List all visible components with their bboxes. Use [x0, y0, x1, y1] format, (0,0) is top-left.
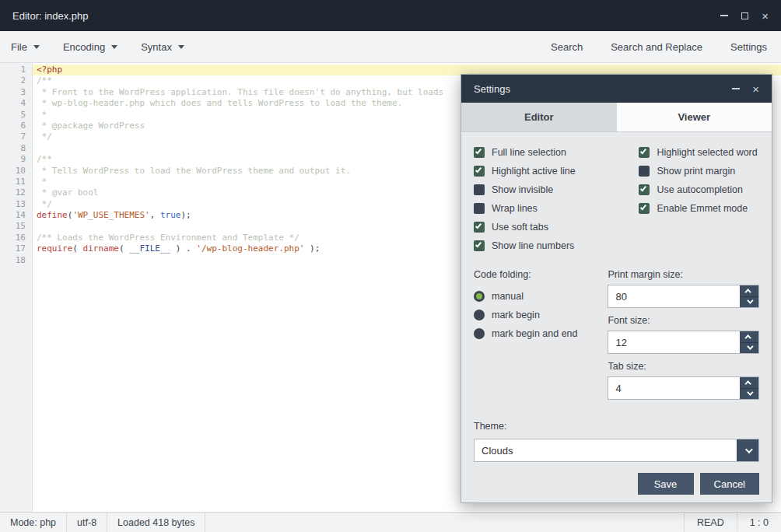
spinner-up-button[interactable]: [740, 377, 758, 388]
dialog-minimize-button[interactable]: [732, 88, 740, 89]
save-button[interactable]: Save: [638, 473, 694, 495]
status-loaded-418-bytes: Loaded 418 bytes: [107, 513, 205, 532]
maximize-button[interactable]: [741, 12, 748, 19]
window-title: Editor: index.php: [12, 10, 89, 22]
spinner-up-button[interactable]: [740, 285, 758, 296]
status-read: READ: [684, 513, 737, 532]
line-number: 3: [0, 87, 33, 98]
spinner-font-size: Font size:12: [608, 315, 759, 354]
option-use-autocompletion: Use autocompletion: [639, 180, 759, 199]
check-icon: [475, 166, 482, 173]
checkbox[interactable]: [639, 166, 650, 177]
dialog-titlebar: Settings ×: [461, 75, 772, 103]
line-number: 15: [0, 221, 33, 232]
line-number: 9: [0, 154, 33, 165]
spinner-up-button[interactable]: [740, 331, 758, 342]
line-number: 10: [0, 166, 33, 177]
option-label: Wrap lines: [492, 203, 538, 214]
statusbar-left: Mode: phputf-8Loaded 418 bytes: [0, 513, 205, 532]
line-number: 16: [0, 233, 33, 243]
theme-select-value: Clouds: [475, 439, 737, 461]
chevron-down-icon: [178, 45, 184, 49]
dialog-buttons: Save Cancel: [638, 473, 759, 495]
spinner-buttons: [740, 285, 758, 307]
spinner-tab-size: Tab size:4: [608, 361, 759, 400]
menu-encoding[interactable]: Encoding: [63, 41, 117, 53]
close-button[interactable]: ×: [762, 10, 769, 22]
check-icon: [640, 204, 646, 211]
minimize-icon: [720, 15, 728, 16]
check-icon: [475, 148, 482, 155]
check-icon: [475, 241, 482, 248]
spinner-print-margin-size: Print margin size:80: [608, 269, 759, 308]
option-enable-emmet-mode: Enable Emmet mode: [639, 199, 759, 218]
check-icon: [640, 185, 646, 192]
code-folding-options: manualmark beginmark begin and end: [474, 287, 608, 343]
status-1-0: 1 : 0: [737, 513, 781, 532]
option-use-soft-tabs: Use soft tabs: [474, 218, 608, 236]
radio-button[interactable]: [474, 291, 485, 302]
dialog-close-button[interactable]: ×: [752, 83, 759, 95]
radio-label: mark begin and end: [492, 328, 578, 339]
tab-editor[interactable]: Editor: [461, 103, 617, 131]
spinner-value[interactable]: 80: [608, 285, 740, 307]
minimize-button[interactable]: [720, 15, 728, 16]
options-grid: Full line selectionHighlight active line…: [474, 143, 759, 255]
radio-button[interactable]: [474, 310, 485, 320]
checkbox[interactable]: [474, 222, 485, 233]
print-margin-size-input: 80: [608, 285, 759, 308]
menu-syntax[interactable]: Syntax: [141, 41, 184, 53]
menubar-right: SearchSearch and ReplaceSettings: [551, 41, 767, 53]
window-controls: ×: [720, 10, 769, 22]
menu-search-and-replace[interactable]: Search and Replace: [611, 41, 702, 53]
mid-section: Code folding: manualmark beginmark begin…: [474, 269, 759, 407]
dialog-controls: ×: [732, 83, 759, 95]
option-highlight-selected-word: Highlight selected word: [639, 143, 759, 162]
spinner-value[interactable]: 4: [608, 377, 740, 399]
option-label: Show line numbers: [492, 240, 574, 251]
radio-mark-begin-and-end: mark begin and end: [474, 324, 608, 343]
line-number: 4: [0, 98, 33, 109]
checkbox[interactable]: [639, 203, 650, 214]
statusbar-right: READ1 : 0: [684, 513, 781, 532]
checkbox[interactable]: [474, 166, 485, 177]
status-mode-php: Mode: php: [0, 513, 67, 532]
spinner-down-button[interactable]: [740, 388, 758, 400]
checkbox[interactable]: [474, 203, 485, 214]
line-number: 18: [0, 255, 33, 266]
editor-options: Full line selectionHighlight active line…: [474, 143, 608, 255]
option-wrap-lines: Wrap lines: [474, 199, 608, 218]
theme-select-button[interactable]: [737, 439, 758, 461]
option-label: Highlight active line: [492, 166, 576, 177]
menu-search[interactable]: Search: [551, 41, 583, 53]
checkbox[interactable]: [639, 184, 650, 195]
status-utf-8: utf-8: [67, 513, 107, 532]
line-number: 17: [0, 243, 33, 254]
titlebar: Editor: index.php ×: [0, 0, 781, 31]
chevron-up-icon: [744, 334, 751, 341]
theme-select[interactable]: Clouds: [474, 439, 759, 462]
checkbox[interactable]: [474, 147, 485, 158]
line-number: 1: [0, 65, 33, 75]
tab-viewer[interactable]: Viewer: [617, 103, 772, 131]
spinner-label: Font size:: [608, 315, 759, 326]
menu-label: File: [11, 41, 27, 53]
checkbox[interactable]: [639, 147, 650, 158]
tab-size-input: 4: [608, 376, 759, 400]
spinner-down-button[interactable]: [740, 296, 758, 308]
radio-button[interactable]: [474, 328, 485, 339]
menubar-left: FileEncodingSyntax: [11, 41, 208, 53]
dialog-body: Full line selectionHighlight active line…: [461, 132, 772, 502]
chevron-down-icon: [747, 390, 753, 396]
line-number: 5: [0, 110, 33, 121]
menu-settings[interactable]: Settings: [730, 41, 767, 53]
spinner-buttons: [740, 377, 758, 399]
cancel-button[interactable]: Cancel: [700, 473, 759, 495]
code-folding-section: Code folding: manualmark beginmark begin…: [474, 269, 608, 407]
checkbox[interactable]: [474, 184, 485, 195]
menu-label: Syntax: [141, 41, 172, 53]
menu-file[interactable]: File: [11, 41, 40, 53]
spinner-down-button[interactable]: [740, 342, 758, 354]
spinner-value[interactable]: 12: [608, 331, 740, 353]
checkbox[interactable]: [474, 240, 485, 251]
